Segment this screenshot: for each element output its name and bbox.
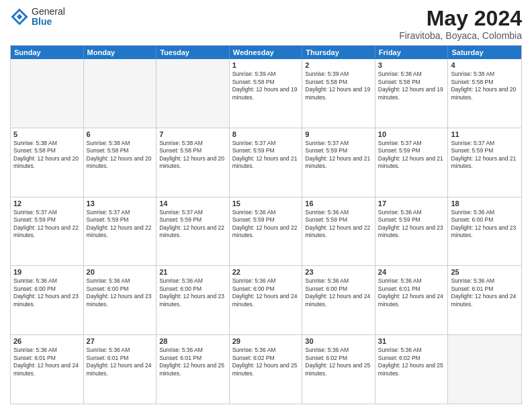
cell-text: Sunrise: 5:39 AMSunset: 5:58 PMDaylight:…	[232, 71, 300, 101]
day-number: 19	[13, 268, 81, 276]
day-number: 6	[87, 130, 154, 138]
day-number: 21	[159, 268, 226, 276]
calendar-cell: 7Sunrise: 5:38 AMSunset: 5:58 PMDaylight…	[157, 128, 230, 197]
calendar-cell: 30Sunrise: 5:36 AMSunset: 6:02 PMDayligh…	[302, 335, 375, 404]
day-number: 9	[305, 130, 372, 138]
calendar-cell: 8Sunrise: 5:37 AMSunset: 5:59 PMDaylight…	[230, 128, 303, 197]
day-number: 23	[305, 268, 372, 276]
cell-text: Sunrise: 5:37 AMSunset: 5:59 PMDaylight:…	[232, 140, 300, 171]
calendar-cell: 25Sunrise: 5:36 AMSunset: 6:01 PMDayligh…	[448, 266, 521, 334]
calendar-cell: 22Sunrise: 5:36 AMSunset: 6:00 PMDayligh…	[230, 266, 303, 334]
calendar-cell: 20Sunrise: 5:36 AMSunset: 6:00 PMDayligh…	[84, 266, 157, 334]
cell-text: Sunrise: 5:38 AMSunset: 5:58 PMDaylight:…	[13, 140, 81, 171]
day-number: 8	[232, 130, 300, 138]
cell-text: Sunrise: 5:36 AMSunset: 5:59 PMDaylight:…	[378, 209, 445, 240]
page: General Blue May 2024 Firavitoba, Boyaca…	[0, 0, 532, 411]
calendar-cell: 11Sunrise: 5:37 AMSunset: 5:59 PMDayligh…	[448, 128, 521, 197]
cell-text: Sunrise: 5:36 AMSunset: 6:01 PMDaylight:…	[159, 347, 226, 377]
calendar: SundayMondayTuesdayWednesdayThursdayFrid…	[10, 45, 522, 404]
calendar-cell: 1Sunrise: 5:39 AMSunset: 5:58 PMDaylight…	[230, 59, 303, 128]
cell-text: Sunrise: 5:36 AMSunset: 6:00 PMDaylight:…	[232, 277, 300, 308]
day-number: 13	[87, 199, 154, 208]
calendar-cell: 26Sunrise: 5:36 AMSunset: 6:01 PMDayligh…	[11, 335, 84, 404]
cell-text: Sunrise: 5:36 AMSunset: 6:00 PMDaylight:…	[159, 277, 226, 308]
day-number: 16	[305, 199, 372, 208]
cell-text: Sunrise: 5:37 AMSunset: 5:59 PMDaylight:…	[378, 140, 445, 171]
cell-text: Sunrise: 5:38 AMSunset: 5:58 PMDaylight:…	[87, 140, 154, 171]
logo-blue: Blue	[32, 17, 65, 27]
cell-text: Sunrise: 5:36 AMSunset: 6:02 PMDaylight:…	[305, 347, 372, 377]
day-number: 18	[451, 199, 519, 208]
day-number: 27	[87, 337, 154, 345]
calendar-cell: 15Sunrise: 5:36 AMSunset: 5:59 PMDayligh…	[230, 197, 303, 266]
day-number: 10	[378, 130, 445, 138]
calendar-cell: 18Sunrise: 5:36 AMSunset: 6:00 PMDayligh…	[448, 197, 521, 266]
calendar-cell: 17Sunrise: 5:36 AMSunset: 5:59 PMDayligh…	[375, 197, 449, 266]
calendar-cell: 10Sunrise: 5:37 AMSunset: 5:59 PMDayligh…	[375, 128, 449, 197]
cell-text: Sunrise: 5:37 AMSunset: 5:59 PMDaylight:…	[305, 140, 372, 171]
calendar-header: SundayMondayTuesdayWednesdayThursdayFrid…	[11, 46, 521, 59]
calendar-cell: 12Sunrise: 5:37 AMSunset: 5:59 PMDayligh…	[11, 197, 84, 266]
day-number: 7	[159, 130, 226, 138]
header: General Blue May 2024 Firavitoba, Boyaca…	[10, 7, 522, 41]
calendar-cell: 28Sunrise: 5:36 AMSunset: 6:01 PMDayligh…	[157, 335, 230, 404]
cell-text: Sunrise: 5:39 AMSunset: 5:58 PMDaylight:…	[305, 71, 372, 101]
calendar-cell: 14Sunrise: 5:37 AMSunset: 5:59 PMDayligh…	[157, 197, 230, 266]
calendar-row-2: 12Sunrise: 5:37 AMSunset: 5:59 PMDayligh…	[11, 197, 521, 266]
calendar-cell	[157, 59, 230, 128]
cell-text: Sunrise: 5:36 AMSunset: 6:00 PMDaylight:…	[87, 277, 154, 308]
header-day-monday: Monday	[84, 46, 157, 59]
calendar-cell: 9Sunrise: 5:37 AMSunset: 5:59 PMDaylight…	[302, 128, 375, 197]
calendar-cell: 24Sunrise: 5:36 AMSunset: 6:01 PMDayligh…	[375, 266, 449, 334]
day-number: 14	[159, 199, 226, 208]
cell-text: Sunrise: 5:38 AMSunset: 5:58 PMDaylight:…	[451, 71, 519, 101]
day-number: 22	[232, 268, 300, 276]
calendar-body: 1Sunrise: 5:39 AMSunset: 5:58 PMDaylight…	[11, 59, 521, 404]
subtitle: Firavitoba, Boyaca, Colombia	[399, 30, 522, 41]
header-day-wednesday: Wednesday	[230, 46, 303, 59]
logo: General Blue	[10, 7, 65, 28]
day-number: 24	[378, 268, 445, 276]
header-day-thursday: Thursday	[302, 46, 375, 59]
header-day-sunday: Sunday	[11, 46, 84, 59]
day-number: 3	[378, 61, 445, 69]
day-number: 25	[451, 268, 519, 276]
day-number: 20	[87, 268, 154, 276]
day-number: 30	[305, 337, 372, 345]
day-number: 26	[13, 337, 81, 345]
calendar-cell: 19Sunrise: 5:36 AMSunset: 6:00 PMDayligh…	[11, 266, 84, 334]
day-number: 31	[378, 337, 445, 345]
day-number: 17	[378, 199, 445, 208]
calendar-cell: 23Sunrise: 5:36 AMSunset: 6:00 PMDayligh…	[302, 266, 375, 334]
cell-text: Sunrise: 5:36 AMSunset: 6:01 PMDaylight:…	[451, 277, 519, 308]
calendar-cell: 4Sunrise: 5:38 AMSunset: 5:58 PMDaylight…	[448, 59, 521, 128]
cell-text: Sunrise: 5:36 AMSunset: 6:02 PMDaylight:…	[378, 347, 445, 377]
logo-icon	[10, 7, 29, 26]
day-number: 5	[13, 130, 81, 138]
title-section: May 2024 Firavitoba, Boyaca, Colombia	[399, 7, 522, 41]
day-number: 11	[451, 130, 519, 138]
calendar-cell: 27Sunrise: 5:36 AMSunset: 6:01 PMDayligh…	[84, 335, 157, 404]
cell-text: Sunrise: 5:37 AMSunset: 5:59 PMDaylight:…	[13, 209, 81, 240]
calendar-cell: 3Sunrise: 5:38 AMSunset: 5:58 PMDaylight…	[375, 59, 449, 128]
day-number: 2	[305, 61, 372, 69]
calendar-row-3: 19Sunrise: 5:36 AMSunset: 6:00 PMDayligh…	[11, 265, 521, 334]
calendar-cell: 2Sunrise: 5:39 AMSunset: 5:58 PMDaylight…	[302, 59, 375, 128]
cell-text: Sunrise: 5:37 AMSunset: 5:59 PMDaylight:…	[451, 140, 519, 171]
day-number: 4	[451, 61, 519, 69]
cell-text: Sunrise: 5:37 AMSunset: 5:59 PMDaylight:…	[159, 209, 226, 240]
cell-text: Sunrise: 5:36 AMSunset: 5:59 PMDaylight:…	[232, 209, 300, 240]
cell-text: Sunrise: 5:36 AMSunset: 5:59 PMDaylight:…	[305, 209, 372, 240]
calendar-row-1: 5Sunrise: 5:38 AMSunset: 5:58 PMDaylight…	[11, 128, 521, 197]
calendar-cell	[448, 335, 521, 404]
cell-text: Sunrise: 5:36 AMSunset: 6:02 PMDaylight:…	[232, 347, 300, 377]
day-number: 28	[159, 337, 226, 345]
cell-text: Sunrise: 5:36 AMSunset: 6:00 PMDaylight:…	[451, 209, 519, 240]
cell-text: Sunrise: 5:36 AMSunset: 6:00 PMDaylight:…	[13, 277, 81, 308]
calendar-cell: 31Sunrise: 5:36 AMSunset: 6:02 PMDayligh…	[375, 335, 449, 404]
header-day-friday: Friday	[375, 46, 449, 59]
cell-text: Sunrise: 5:36 AMSunset: 6:01 PMDaylight:…	[13, 347, 81, 377]
cell-text: Sunrise: 5:38 AMSunset: 5:58 PMDaylight:…	[159, 140, 226, 171]
header-day-tuesday: Tuesday	[157, 46, 230, 59]
cell-text: Sunrise: 5:38 AMSunset: 5:58 PMDaylight:…	[378, 71, 445, 101]
